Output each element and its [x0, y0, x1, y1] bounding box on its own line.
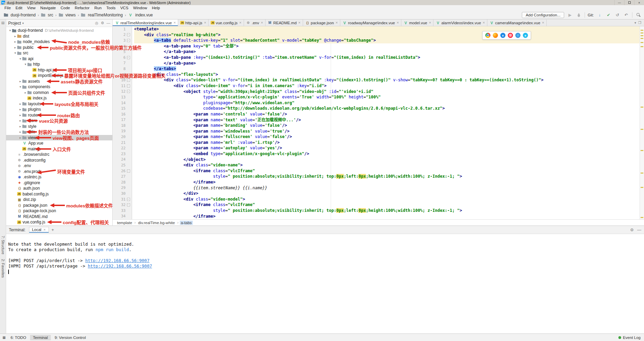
- breadcrumb-src[interactable]: src: [40, 12, 54, 18]
- tree-item-api[interactable]: ▾api: [6, 56, 112, 62]
- tab-close-icon[interactable]: ×: [204, 21, 206, 25]
- fold-icon[interactable]: −: [127, 84, 130, 87]
- tab-close-icon[interactable]: ×: [173, 21, 175, 25]
- tab-close-icon[interactable]: ×: [43, 228, 45, 232]
- terminal-hide-icon[interactable]: —: [637, 228, 641, 232]
- tree-item-assets[interactable]: ▸assets: [6, 79, 112, 84]
- tree-item-public[interactable]: ▸public: [6, 45, 112, 51]
- tree-item-App.vue[interactable]: VApp.vue: [6, 140, 112, 146]
- tree-item-vue.config.js[interactable]: JSvue.config.js: [6, 219, 112, 225]
- tree-chevron-icon[interactable]: ▸: [18, 119, 22, 122]
- search-everywhere-icon[interactable]: [635, 12, 641, 18]
- breadcrumb-index.vue[interactable]: Vindex.vue: [127, 12, 154, 18]
- editor-tab-http-api.js[interactable]: JShttp-api.js×: [178, 19, 209, 26]
- tree-chevron-icon[interactable]: ▾: [24, 63, 27, 66]
- tree-item-.browserslistrc[interactable]: ≡.browserslistrc: [6, 152, 112, 158]
- tree-chevron-icon[interactable]: ▸: [13, 46, 17, 49]
- breadcrumb-views[interactable]: views: [58, 12, 77, 18]
- tab-close-icon[interactable]: ×: [397, 21, 399, 25]
- git-commit-icon[interactable]: ✔: [605, 12, 612, 18]
- stripe-mark-icon[interactable]: [641, 217, 643, 218]
- fold-icon[interactable]: −: [127, 56, 130, 59]
- tree-item-router[interactable]: ▸router: [6, 112, 112, 118]
- stripe-mark-icon[interactable]: [641, 30, 643, 31]
- terminal-toolwindow-button[interactable]: Terminal: [30, 335, 51, 340]
- tab-close-icon[interactable]: ×: [483, 21, 485, 25]
- hide-panel-icon[interactable]: —: [106, 21, 110, 25]
- tab-list-dropdown-icon[interactable]: ▾: [634, 21, 636, 25]
- tree-chevron-icon[interactable]: ▸: [13, 40, 17, 43]
- menu-view[interactable]: View: [25, 6, 38, 10]
- menu-run[interactable]: Run: [92, 6, 104, 10]
- history-icon[interactable]: ↺: [614, 12, 620, 18]
- editor-tab-alarmVideos\index.vue[interactable]: ValarmVideos\index.vue×: [433, 19, 487, 26]
- tree-item-babel.config.js[interactable]: JSbabel.config.js: [6, 191, 112, 197]
- menu-edit[interactable]: Edit: [13, 6, 25, 10]
- stripe-mark-icon[interactable]: [641, 173, 643, 174]
- tree-chevron-icon[interactable]: ▸: [18, 113, 22, 117]
- tree-chevron-icon[interactable]: ▸: [13, 35, 17, 38]
- fold-icon[interactable]: −: [127, 79, 130, 82]
- tree-item-utils[interactable]: ▸utils: [6, 129, 112, 135]
- tree-chevron-icon[interactable]: ▸: [18, 102, 22, 106]
- menu-refactor[interactable]: Refactor: [72, 6, 92, 10]
- fold-icon[interactable]: −: [127, 169, 130, 173]
- stripe-mark-icon[interactable]: [641, 107, 643, 108]
- tree-item-.eslintrc.js[interactable]: ◉.eslintrc.js: [6, 174, 112, 180]
- tree-item-.env[interactable]: ⚙.env: [6, 163, 112, 169]
- editor-tab-realTimeMonitoring\index.vue[interactable]: VrealTimeMonitoring\index.vue×: [113, 19, 178, 26]
- tree-chevron-icon[interactable]: ▸: [18, 130, 22, 134]
- tab-close-icon[interactable]: ×: [239, 21, 241, 25]
- editor-tab-roadwayManage\index.vue[interactable]: VroadwayManage\index.vue×: [340, 19, 401, 26]
- tree-item-README.md[interactable]: MREADME.md: [6, 214, 112, 220]
- fold-icon[interactable]: −: [127, 203, 130, 206]
- tree-chevron-icon[interactable]: ▸: [18, 125, 22, 128]
- tree-item-views[interactable]: ▸views: [6, 135, 112, 141]
- stripe-mark-icon[interactable]: [641, 32, 643, 33]
- editor-tab-cameraManage\index.vue[interactable]: VcameraManage\index.vue×: [487, 19, 547, 26]
- breadcrumb-div[interactable]: div.realTime.bg-white: [137, 221, 176, 225]
- minimize-icon[interactable]: —: [614, 0, 624, 5]
- tree-chevron-icon[interactable]: ▾: [18, 57, 22, 60]
- favorites-toolwindow-button[interactable]: 2: Favorites: [1, 259, 5, 278]
- editor-tab-vue.config.js[interactable]: JSvue.config.js×: [209, 19, 244, 26]
- terminal-link[interactable]: http://192.168.66.56:9007: [85, 258, 149, 263]
- tree-item-.env.prod[interactable]: ⚙.env.prod: [6, 169, 112, 175]
- fold-icon[interactable]: −: [127, 90, 130, 93]
- editor-tab-package.json[interactable]: { }package.json×: [303, 19, 340, 26]
- menu-vcs[interactable]: VCS: [118, 6, 131, 10]
- tab-close-icon[interactable]: ×: [542, 21, 544, 25]
- chevron-down-icon[interactable]: ▾: [22, 22, 24, 25]
- stripe-mark-icon[interactable]: [641, 46, 643, 47]
- project-panel-title[interactable]: Project: [8, 21, 21, 26]
- run-icon[interactable]: ▶: [567, 12, 573, 18]
- menu-file[interactable]: File: [2, 6, 13, 10]
- tree-item-dist[interactable]: ▸dist: [6, 33, 112, 39]
- stripe-mark-icon[interactable]: [641, 187, 643, 188]
- tree-item-store[interactable]: ▸store: [6, 118, 112, 124]
- rollback-icon[interactable]: ↶: [623, 12, 629, 18]
- fold-icon[interactable]: −: [127, 33, 130, 36]
- toolwindow-toggle-icon[interactable]: ▦: [1, 336, 7, 339]
- edge-browser-icon[interactable]: e: [500, 33, 505, 38]
- editor-tab-README.md[interactable]: MREADME.md×: [266, 19, 303, 26]
- breadcrumb-duoji-frontend[interactable]: duoji-frontend: [3, 12, 37, 18]
- tree-item-importExcel.js[interactable]: JSimportExcel.js: [6, 73, 112, 79]
- fold-icon[interactable]: −: [127, 198, 130, 201]
- menu-window[interactable]: Window: [131, 6, 149, 10]
- tree-item-package.json[interactable]: { }package.json: [6, 203, 112, 208]
- chrome-browser-icon[interactable]: [485, 33, 490, 38]
- tree-chevron-icon[interactable]: ▸: [24, 91, 27, 94]
- breadcrumb-a-tabs[interactable]: a-tabs: [180, 221, 193, 225]
- tree-item-components[interactable]: ▾components: [6, 84, 112, 90]
- breadcrumb-template[interactable]: template: [116, 221, 133, 225]
- tree-item-layouts[interactable]: ▸layouts: [6, 101, 112, 107]
- menu-tools[interactable]: Tools: [104, 6, 118, 10]
- stripe-mark-icon[interactable]: [641, 38, 643, 39]
- menu-navigate[interactable]: Navigate: [38, 6, 58, 10]
- code-editor[interactable]: 12−3−456−78910−11−12−1314151617181920212…: [113, 26, 644, 219]
- ie-browser-icon[interactable]: e: [523, 33, 528, 38]
- terminal-settings-icon[interactable]: ⚙: [630, 228, 634, 232]
- tree-item-http[interactable]: ▾http: [6, 62, 112, 67]
- tree-item-node_modules[interactable]: ▸node_modules: [6, 39, 112, 45]
